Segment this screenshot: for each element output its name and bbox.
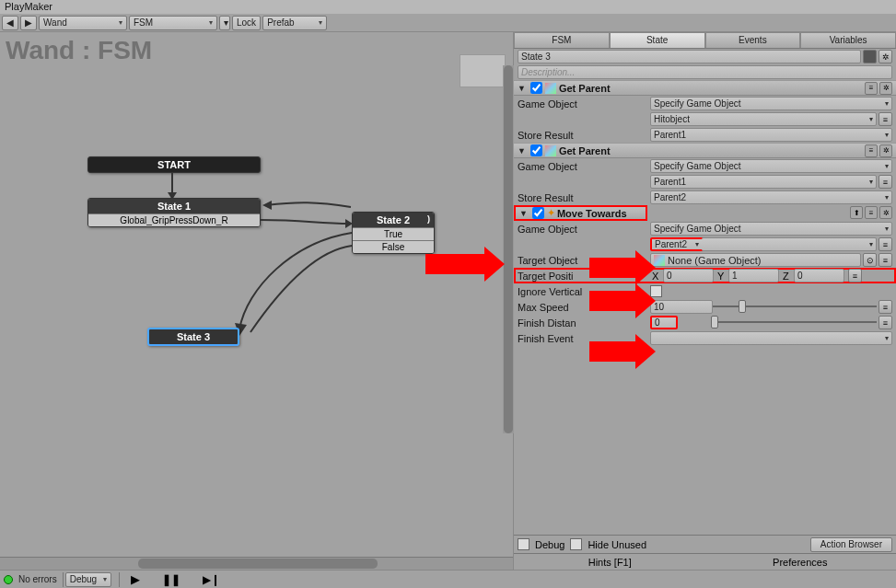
state2-title: State 2: [353, 213, 434, 227]
pos-z-field[interactable]: 0: [794, 269, 844, 282]
object-dropdown[interactable]: Wand: [39, 16, 127, 30]
action-browser-button[interactable]: Action Browser: [810, 537, 892, 552]
edge-s2-s3: [238, 233, 357, 343]
minimap[interactable]: [460, 54, 506, 87]
state-name-field[interactable]: State 3: [518, 50, 861, 63]
go-mode-dropdown[interactable]: Specify Game Object: [650, 222, 892, 236]
fsm-dropdown[interactable]: FSM: [129, 16, 217, 30]
top-toolbar: ◀ ▶ Wand FSM ▾ Lock Prefab: [0, 14, 896, 32]
label-game-object: Game Object: [518, 161, 650, 172]
go-value-dropdown[interactable]: Parent2: [650, 237, 704, 251]
store-result-dropdown[interactable]: Parent2: [650, 190, 892, 204]
options-icon[interactable]: ≡: [879, 237, 892, 251]
preferences-link[interactable]: Preferences: [708, 557, 893, 568]
state1-event: Global_GripPressDown_R: [88, 213, 260, 226]
go-mode-dropdown[interactable]: Specify Game Object: [650, 97, 892, 110]
nav-back-icon[interactable]: ◀: [2, 16, 18, 30]
section-title: Get Parent: [559, 145, 611, 156]
pos-y-field[interactable]: 1: [728, 269, 779, 282]
section-head-tail: ⬆≡✲: [514, 205, 896, 221]
store-result-dropdown[interactable]: Parent1: [650, 128, 892, 142]
state2-node[interactable]: State 2 True False: [352, 212, 435, 254]
label-game-object: Game Object: [518, 98, 650, 110]
options-icon[interactable]: ≡: [879, 316, 892, 329]
errors-status[interactable]: No errors: [15, 572, 61, 587]
annotation-arrow-1: [425, 254, 486, 274]
go-mode-dropdown[interactable]: Specify Game Object: [650, 159, 892, 173]
hints-link[interactable]: Hints [F1]: [518, 557, 703, 568]
label-store-result: Store Result: [518, 192, 650, 203]
options-icon[interactable]: ≡: [879, 253, 892, 267]
disclosure-icon[interactable]: ▼: [518, 84, 526, 93]
graph-title: Wand : FSM: [6, 36, 152, 65]
section-gear-icon[interactable]: ✲: [879, 206, 892, 219]
label-game-object: Game Object: [518, 224, 650, 235]
state1-node[interactable]: State 1 Global_GripPressDown_R: [87, 198, 261, 227]
nav-fwd-icon[interactable]: ▶: [20, 16, 37, 30]
label-store-result: Store Result: [518, 130, 650, 141]
go-value-dropdown[interactable]: Hitobject: [650, 112, 877, 126]
start-node[interactable]: START: [87, 156, 261, 173]
dd-pick-icon[interactable]: ▾: [219, 16, 230, 30]
finish-event-dropdown[interactable]: [650, 331, 892, 345]
section-get-parent-1[interactable]: ▼ Get Parent ≡✲: [514, 80, 896, 96]
options-icon[interactable]: ≡: [848, 269, 862, 282]
section-title: Get Parent: [559, 83, 611, 94]
label-debug: Debug: [535, 539, 564, 550]
label-z: Z: [783, 271, 794, 282]
annotation-arrow-2: [589, 258, 637, 278]
finish-distance-slider[interactable]: [711, 316, 877, 329]
tab-fsm[interactable]: FSM: [514, 32, 610, 48]
options-icon[interactable]: ≡: [879, 112, 892, 126]
section-menu-icon[interactable]: ≡: [865, 82, 878, 95]
label-hide-unused: Hide Unused: [588, 539, 646, 550]
state3-title: State 3: [149, 329, 238, 344]
state-gear-icon[interactable]: ✲: [879, 50, 892, 63]
prefab-dropdown[interactable]: Prefab: [262, 16, 327, 30]
tab-variables[interactable]: Variables: [800, 32, 896, 48]
disclosure-icon[interactable]: ▼: [518, 146, 526, 156]
state2-false: False: [353, 240, 434, 253]
status-ok-icon: [4, 575, 13, 584]
step-icon[interactable]: ▶❙: [203, 573, 220, 586]
max-speed-slider[interactable]: [713, 300, 877, 314]
graph-hscroll[interactable]: [0, 557, 513, 570]
tab-state[interactable]: State: [610, 32, 705, 48]
section-menu-icon[interactable]: ≡: [865, 144, 878, 157]
state2-true: True: [353, 227, 434, 240]
status-bar: No errors Debug ▶ ❚❚ ▶❙: [0, 570, 896, 588]
state-color-button[interactable]: [863, 50, 877, 63]
annotation-arrow-4: [589, 341, 637, 362]
state1-title: State 1: [88, 199, 260, 213]
state3-node[interactable]: State 3: [147, 328, 239, 346]
section-gear-icon[interactable]: ✲: [879, 144, 892, 157]
axis-picker-icon[interactable]: ⬆: [850, 206, 863, 219]
pos-x-field[interactable]: 0: [663, 269, 714, 282]
section-gear-icon[interactable]: ✲: [879, 82, 892, 95]
inspector-tabs: FSM State Events Variables: [514, 32, 896, 49]
go-value-dropdown[interactable]: Parent1: [650, 175, 877, 189]
edge-start-state1: [170, 172, 189, 200]
debug-checkbox[interactable]: [518, 538, 529, 550]
tab-events[interactable]: Events: [705, 32, 801, 48]
action-enable-checkbox[interactable]: [530, 82, 542, 94]
action-enable-checkbox[interactable]: [530, 144, 542, 156]
section-menu-icon[interactable]: ≡: [865, 206, 878, 219]
object-picker-icon[interactable]: ⊙: [863, 253, 877, 267]
inspector-footer: Debug Hide Unused Action Browser: [514, 535, 896, 553]
play-icon[interactable]: ▶: [131, 572, 140, 586]
hide-unused-checkbox[interactable]: [570, 538, 582, 550]
section-get-parent-2[interactable]: ▼ Get Parent ≡✲: [514, 143, 896, 158]
inspector: FSM State Events Variables State 3 ✲ Des…: [514, 32, 896, 570]
options-icon[interactable]: ≡: [879, 175, 892, 189]
graph-canvas[interactable]: Wand : FSM START State 1 Global_GripPres…: [0, 32, 514, 570]
description-field[interactable]: Description...: [518, 65, 892, 79]
pause-icon[interactable]: ❚❚: [162, 573, 180, 586]
lock-button[interactable]: Lock: [232, 16, 261, 30]
cube-icon: [545, 83, 556, 94]
cube-icon: [545, 145, 556, 156]
max-speed-field[interactable]: 10: [650, 300, 713, 314]
debug-dropdown[interactable]: Debug: [65, 572, 111, 587]
options-icon[interactable]: ≡: [879, 300, 892, 314]
target-object-field[interactable]: None (Game Object): [650, 253, 861, 267]
